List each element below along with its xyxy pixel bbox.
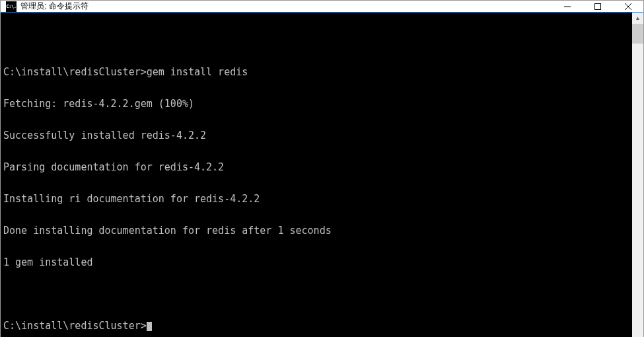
terminal-line: [3, 289, 629, 299]
terminal-output[interactable]: C:\install\redisCluster>gem install redi…: [1, 13, 632, 337]
app-icon: C:\.: [6, 1, 17, 12]
scroll-track[interactable]: [632, 24, 643, 337]
svg-rect-1: [595, 3, 601, 9]
terminal-line: C:\install\redisCluster>: [3, 320, 629, 332]
close-button[interactable]: [613, 1, 643, 12]
terminal-line: Fetching: redis-4.2.2.gem (100%): [3, 98, 629, 109]
terminal-line: Done installing documentation for redis …: [3, 225, 629, 236]
maximize-button[interactable]: [583, 1, 613, 12]
maximize-icon: [594, 3, 601, 10]
minimize-button[interactable]: [552, 1, 583, 12]
terminal-line: Parsing documentation for redis-4.2.2: [3, 162, 629, 172]
minimize-icon: [564, 3, 571, 10]
cursor: [147, 322, 152, 331]
command-prompt-window: C:\. 管理员: 命令提示符 C:\install\redisCluster>…: [0, 0, 644, 337]
prompt-text: C:\install\redisCluster>: [3, 320, 147, 332]
window-controls: [552, 1, 643, 12]
command-text: gem install redis: [147, 66, 248, 78]
close-icon: [625, 3, 631, 10]
terminal-line: [3, 35, 629, 46]
prompt-text: C:\install\redisCluster>: [3, 66, 147, 78]
terminal-line: 1 gem installed: [3, 257, 629, 268]
terminal-area: C:\install\redisCluster>gem install redi…: [1, 13, 643, 337]
scroll-up-arrow-icon[interactable]: ▲: [632, 13, 643, 24]
vertical-scrollbar[interactable]: ▲ ▼: [632, 13, 643, 337]
window-title: 管理员: 命令提示符: [20, 1, 552, 12]
scroll-thumb[interactable]: [632, 24, 643, 44]
titlebar: C:\. 管理员: 命令提示符: [1, 1, 643, 13]
terminal-line: C:\install\redisCluster>gem install redi…: [3, 67, 629, 77]
terminal-line: Installing ri documentation for redis-4.…: [3, 194, 629, 204]
terminal-line: Successfully installed redis-4.2.2: [3, 130, 629, 141]
